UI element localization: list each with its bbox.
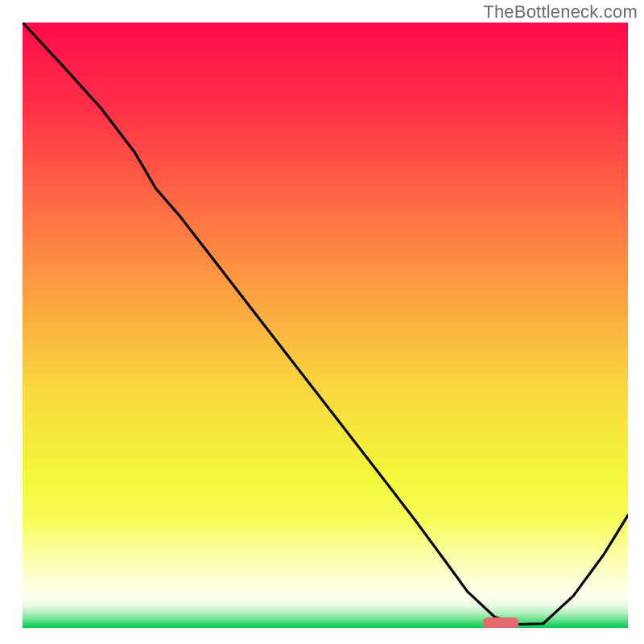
watermark-text: TheBottleneck.com: [483, 2, 638, 23]
chart-root: TheBottleneck.com: [0, 0, 644, 644]
plot-area: [23, 23, 628, 628]
bottleneck-chart-svg: [23, 23, 628, 628]
gradient-background: [23, 23, 628, 628]
optimal-marker: [483, 617, 519, 628]
